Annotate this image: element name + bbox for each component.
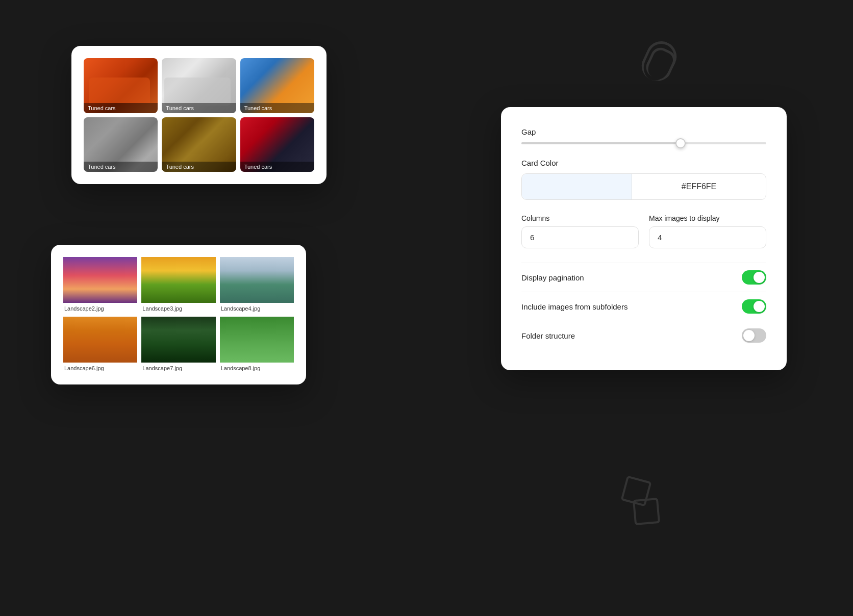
columns-label: Columns [521,214,639,222]
car-card-6[interactable]: Tuned cars [240,117,314,172]
paperclip-decoration [637,36,682,86]
columns-group: Columns [521,214,639,248]
color-picker-row[interactable]: #EFF6FE [521,173,766,200]
folder-structure-toggle-knob [743,330,755,341]
landscape-card-2[interactable]: Landscape3.jpg [141,257,215,313]
landscape-card-1[interactable]: Landscape2.jpg [63,257,137,313]
max-images-label: Max images to display [649,214,766,222]
square-decoration-2 [633,498,660,525]
card-color-setting: Card Color #EFF6FE [521,159,766,200]
subfolders-label: Include images from subfolders [521,302,628,311]
landscape-img-1 [63,257,137,303]
columns-maximg-row: Columns Max images to display [521,214,766,248]
landscape-img-5 [141,317,215,363]
car-card-3[interactable]: Tuned cars [240,58,314,113]
landscape-img-6 [220,317,294,363]
landscape-card-4[interactable]: Landscape6.jpg [63,317,137,372]
car-label-6: Tuned cars [240,162,314,172]
landscape-img-2 [141,257,215,303]
car-card-2[interactable]: Tuned cars [162,58,236,113]
card-color-label: Card Color [521,159,766,167]
landscape-gallery-panel: Landscape2.jpg Landscape3.jpg Landscape4… [51,245,306,384]
landscape-filename-1: Landscape2.jpg [63,303,137,313]
settings-panel: Gap Card Color #EFF6FE Columns Max image… [501,107,787,370]
subfolders-toggle[interactable] [742,299,766,314]
columns-input[interactable] [521,226,639,248]
pagination-toggle-knob [754,272,765,283]
folder-structure-toggle[interactable] [742,328,766,343]
cars-grid: Tuned cars Tuned cars Tuned cars Tuned c… [84,58,314,172]
gap-slider-track[interactable] [521,142,766,144]
landscape-filename-4: Landscape6.jpg [63,363,137,372]
pagination-toggle-row: Display pagination [521,263,766,292]
color-hex-value[interactable]: #EFF6FE [632,174,766,199]
landscape-card-5[interactable]: Landscape7.jpg [141,317,215,372]
car-card-1[interactable]: Tuned cars [84,58,158,113]
max-images-group: Max images to display [649,214,766,248]
gap-label: Gap [521,127,766,136]
landscape-grid: Landscape2.jpg Landscape3.jpg Landscape4… [63,257,294,372]
car-label-4: Tuned cars [84,162,158,172]
landscape-filename-3: Landscape4.jpg [220,303,294,313]
landscape-filename-2: Landscape3.jpg [141,303,215,313]
landscape-card-6[interactable]: Landscape8.jpg [220,317,294,372]
car-card-5[interactable]: Tuned cars [162,117,236,172]
gap-slider-fill [521,142,681,144]
car-card-4[interactable]: Tuned cars [84,117,158,172]
car-label-5: Tuned cars [162,162,236,172]
landscape-filename-6: Landscape8.jpg [220,363,294,372]
color-swatch[interactable] [522,174,632,199]
folder-structure-toggle-row: Folder structure [521,321,766,350]
landscape-card-3[interactable]: Landscape4.jpg [220,257,294,313]
cars-gallery-panel: Tuned cars Tuned cars Tuned cars Tuned c… [71,46,327,184]
gap-slider-thumb[interactable] [675,138,686,148]
landscape-img-3 [220,257,294,303]
folder-structure-label: Folder structure [521,331,575,340]
subfolders-toggle-row: Include images from subfolders [521,292,766,321]
pagination-label: Display pagination [521,273,584,282]
car-label-2: Tuned cars [162,103,236,113]
landscape-filename-5: Landscape7.jpg [141,363,215,372]
car-label-3: Tuned cars [240,103,314,113]
max-images-input[interactable] [649,226,766,248]
car-label-1: Tuned cars [84,103,158,113]
pagination-toggle[interactable] [742,270,766,285]
gap-setting: Gap [521,127,766,144]
subfolders-toggle-knob [754,301,765,312]
landscape-img-4 [63,317,137,363]
